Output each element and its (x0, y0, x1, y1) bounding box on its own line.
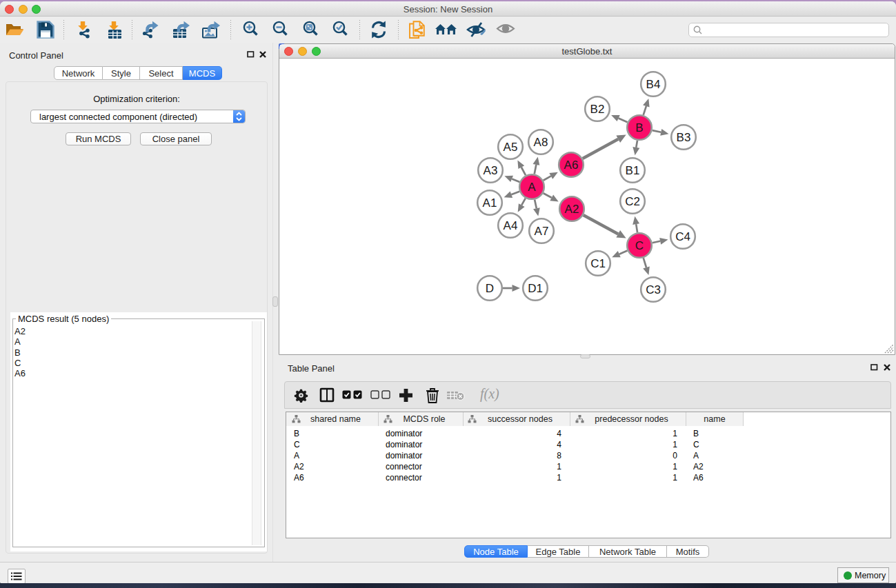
svg-text:A3: A3 (484, 164, 498, 177)
svg-text:B1: B1 (626, 164, 640, 177)
svg-text:A4: A4 (504, 219, 518, 232)
svg-text:C1: C1 (590, 257, 606, 270)
svg-text:C3: C3 (646, 283, 661, 296)
svg-text:C: C (635, 239, 644, 252)
svg-text:A6: A6 (564, 159, 579, 172)
svg-text:D1: D1 (528, 282, 543, 295)
svg-text:B4: B4 (646, 78, 661, 91)
svg-text:D: D (486, 282, 494, 295)
svg-text:A1: A1 (483, 196, 497, 210)
svg-text:A5: A5 (504, 141, 518, 154)
svg-text:B2: B2 (590, 103, 605, 116)
svg-text:A8: A8 (534, 136, 548, 149)
svg-text:A7: A7 (535, 225, 549, 238)
svg-text:B3: B3 (677, 131, 691, 144)
svg-text:C4: C4 (675, 230, 690, 243)
svg-text:B: B (635, 121, 643, 134)
svg-text:C2: C2 (625, 195, 640, 208)
svg-text:A: A (528, 181, 536, 194)
svg-text:A2: A2 (565, 203, 579, 216)
